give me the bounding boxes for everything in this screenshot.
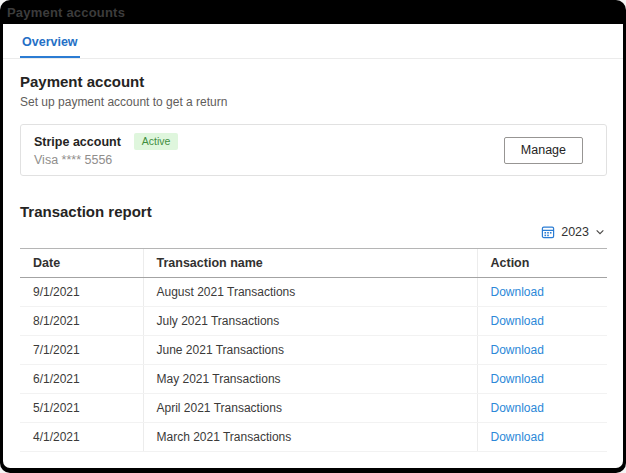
cell-date: 8/1/2021: [20, 307, 143, 336]
table-row: 6/1/2021 May 2021 Transactions Download: [20, 365, 607, 394]
transaction-table-body: 9/1/2021 August 2021 Transactions Downlo…: [20, 278, 607, 452]
status-badge: Active: [134, 133, 179, 150]
payment-account-heading: Payment account: [20, 73, 607, 90]
cell-date: 4/1/2021: [20, 423, 143, 452]
year-value: 2023: [561, 225, 589, 239]
account-name: Stripe account: [34, 135, 121, 149]
table-row: 9/1/2021 August 2021 Transactions Downlo…: [20, 278, 607, 307]
cell-transaction-name: March 2021 Transactions: [143, 423, 477, 452]
payment-account-section: Payment account Set up payment account t…: [3, 73, 623, 452]
download-link[interactable]: Download: [491, 372, 544, 386]
window-titlebar: Payment accounts: [3, 0, 623, 24]
cell-transaction-name: May 2021 Transactions: [143, 365, 477, 394]
chevron-down-icon: [595, 227, 605, 237]
calendar-icon: [541, 225, 555, 239]
table-row: 8/1/2021 July 2021 Transactions Download: [20, 307, 607, 336]
year-selector-row: 2023: [20, 222, 607, 242]
download-link[interactable]: Download: [491, 285, 544, 299]
year-picker[interactable]: 2023: [539, 223, 607, 241]
cell-date: 9/1/2021: [20, 278, 143, 307]
column-header-date: Date: [20, 249, 143, 278]
cell-date: 5/1/2021: [20, 394, 143, 423]
account-info: Stripe account Active Visa **** 5556: [34, 133, 178, 167]
table-row: 7/1/2021 June 2021 Transactions Download: [20, 336, 607, 365]
cell-date: 6/1/2021: [20, 365, 143, 394]
cell-transaction-name: August 2021 Transactions: [143, 278, 477, 307]
payment-account-description: Set up payment account to get a return: [20, 95, 607, 109]
download-link[interactable]: Download: [491, 343, 544, 357]
tab-overview[interactable]: Overview: [20, 35, 80, 58]
cell-transaction-name: June 2021 Transactions: [143, 336, 477, 365]
transaction-report-heading: Transaction report: [20, 203, 607, 220]
download-link[interactable]: Download: [491, 430, 544, 444]
table-row: 5/1/2021 April 2021 Transactions Downloa…: [20, 394, 607, 423]
download-link[interactable]: Download: [491, 401, 544, 415]
app-window: Payment accounts Overview Payment accoun…: [0, 0, 626, 473]
cell-transaction-name: April 2021 Transactions: [143, 394, 477, 423]
tab-bar: Overview: [3, 24, 623, 59]
column-header-action: Action: [477, 249, 607, 278]
transaction-table-header: Date Transaction name Action: [20, 249, 607, 278]
table-row: 4/1/2021 March 2021 Transactions Downloa…: [20, 423, 607, 452]
stripe-account-card: Stripe account Active Visa **** 5556 Man…: [20, 124, 607, 176]
card-detail: Visa **** 5556: [34, 153, 178, 167]
transaction-table: Date Transaction name Action 9/1/2021 Au…: [20, 248, 607, 452]
cell-transaction-name: July 2021 Transactions: [143, 307, 477, 336]
cell-date: 7/1/2021: [20, 336, 143, 365]
page-content: Overview Payment account Set up payment …: [3, 24, 623, 468]
window-title: Payment accounts: [7, 5, 125, 20]
column-header-transaction-name: Transaction name: [143, 249, 477, 278]
manage-button[interactable]: Manage: [504, 137, 583, 164]
download-link[interactable]: Download: [491, 314, 544, 328]
